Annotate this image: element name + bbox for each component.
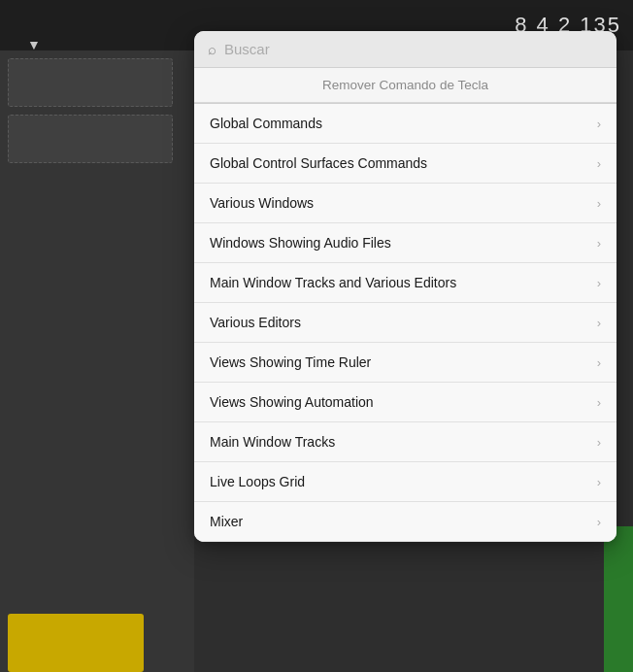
search-icon: ⌕ xyxy=(208,41,217,57)
chevron-icon-various-windows: › xyxy=(597,196,601,211)
chevron-icon-main-window-tracks-only: › xyxy=(597,435,601,450)
daw-yellow-block xyxy=(8,614,144,672)
menu-item-label-main-window-tracks: Main Window Tracks and Various Editors xyxy=(210,275,456,290)
menu-item-views-time-ruler[interactable]: Views Showing Time Ruler› xyxy=(194,343,616,383)
remove-command-row[interactable]: Remover Comando de Tecla xyxy=(194,68,616,103)
menu-item-live-loops-grid[interactable]: Live Loops Grid› xyxy=(194,462,616,502)
menu-item-label-global-commands: Global Commands xyxy=(210,116,322,131)
menu-list: Global Commands›Global Control Surfaces … xyxy=(194,104,616,542)
menu-item-label-views-time-ruler: Views Showing Time Ruler xyxy=(210,354,371,370)
menu-item-label-main-window-tracks-only: Main Window Tracks xyxy=(210,434,335,450)
menu-item-various-windows[interactable]: Various Windows› xyxy=(194,184,616,223)
chevron-icon-views-automation: › xyxy=(597,395,601,410)
menu-item-views-automation[interactable]: Views Showing Automation› xyxy=(194,383,616,422)
dropdown-menu: ⌕ Remover Comando de Tecla Global Comman… xyxy=(194,31,616,542)
daw-green-block xyxy=(604,526,633,672)
daw-track-area xyxy=(0,50,194,672)
menu-item-label-various-windows: Various Windows xyxy=(210,195,314,211)
menu-item-mixer[interactable]: Mixer› xyxy=(194,502,616,542)
chevron-icon-live-loops-grid: › xyxy=(597,475,601,489)
chevron-icon-global-control-surfaces: › xyxy=(597,156,601,171)
search-input[interactable] xyxy=(224,41,603,57)
chevron-icon-global-commands: › xyxy=(597,117,601,131)
remove-command-label: Remover Comando de Tecla xyxy=(322,78,488,92)
chevron-icon-main-window-tracks: › xyxy=(597,276,601,290)
daw-track-header-2 xyxy=(8,115,173,163)
menu-item-windows-audio-files[interactable]: Windows Showing Audio Files› xyxy=(194,223,616,263)
menu-item-various-editors[interactable]: Various Editors› xyxy=(194,303,616,343)
search-bar[interactable]: ⌕ xyxy=(194,31,616,68)
menu-item-label-global-control-surfaces: Global Control Surfaces Commands xyxy=(210,155,427,171)
chevron-icon-windows-audio-files: › xyxy=(597,236,601,251)
menu-item-label-windows-audio-files: Windows Showing Audio Files xyxy=(210,235,391,251)
menu-item-main-window-tracks-only[interactable]: Main Window Tracks› xyxy=(194,422,616,462)
chevron-icon-mixer: › xyxy=(597,515,601,529)
menu-item-main-window-tracks[interactable]: Main Window Tracks and Various Editors› xyxy=(194,263,616,303)
chevron-icon-views-time-ruler: › xyxy=(597,355,601,370)
menu-item-label-various-editors: Various Editors xyxy=(210,315,301,330)
menu-item-global-control-surfaces[interactable]: Global Control Surfaces Commands› xyxy=(194,144,616,184)
menu-item-label-mixer: Mixer xyxy=(210,514,243,529)
chevron-icon-various-editors: › xyxy=(597,316,601,330)
daw-track-header-1 xyxy=(8,58,173,107)
menu-item-label-views-automation: Views Showing Automation xyxy=(210,394,374,410)
menu-item-global-commands[interactable]: Global Commands› xyxy=(194,104,616,144)
menu-item-label-live-loops-grid: Live Loops Grid xyxy=(210,474,305,489)
